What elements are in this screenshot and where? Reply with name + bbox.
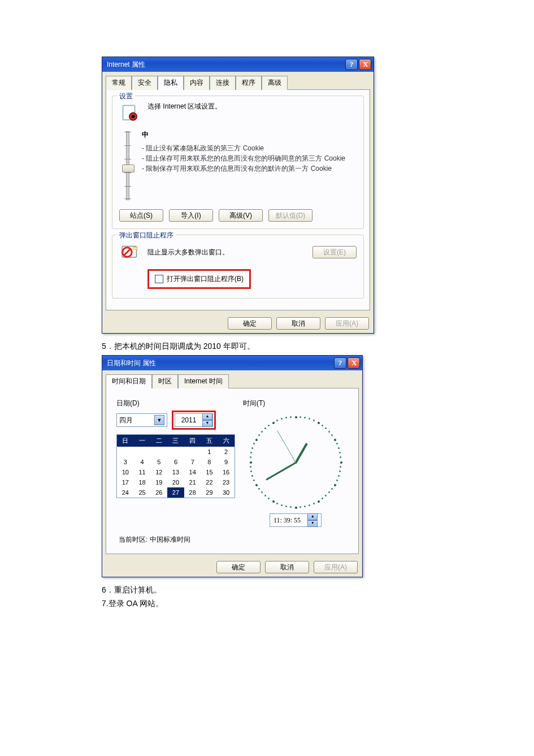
time-label: 时间(T) <box>243 399 265 408</box>
calendar-day[interactable]: 16 <box>218 467 235 477</box>
calendar-day[interactable]: 29 <box>201 487 218 498</box>
tab-4[interactable]: 连接 <box>210 76 236 90</box>
calendar-day[interactable]: 23 <box>218 477 235 487</box>
privacy-description: - 阻止没有紧凑隐私政策的第三方 Cookie- 阻止保存可用来联系您的信息而没… <box>142 143 357 174</box>
datetime-properties-dialog: 日期和时间 属性 ? X 时间和日期时区Internet 时间 日期(D) 四月… <box>102 355 363 577</box>
year-down-button[interactable]: ▼ <box>202 420 212 427</box>
calendar-day[interactable]: 12 <box>150 467 167 477</box>
calendar-day[interactable]: 1 <box>201 447 218 457</box>
timezone-text: 当前时区: 中国标准时间 <box>112 532 353 548</box>
time-input[interactable]: 11: 39: 55 ▲ ▼ <box>270 513 322 527</box>
titlebar[interactable]: Internet 属性 ? X <box>102 57 374 72</box>
help-button[interactable]: ? <box>334 357 346 369</box>
calendar-day[interactable]: 2 <box>218 447 235 457</box>
calendar-day[interactable]: 24 <box>117 487 134 498</box>
tab-5[interactable]: 程序 <box>236 76 262 90</box>
calendar-day[interactable]: 17 <box>117 477 134 487</box>
privacy-slider[interactable] <box>119 128 136 204</box>
calendar-day[interactable]: 19 <box>150 477 167 487</box>
dialog-footer: 确定 取消 应用(A) <box>102 314 374 333</box>
calendar-day[interactable]: 11 <box>134 467 151 477</box>
popup-checkbox-highlight: 打开弹出窗口阻止程序(B) <box>147 269 251 289</box>
calendar-day[interactable]: 9 <box>218 457 235 467</box>
calendar-day[interactable]: 6 <box>167 457 184 467</box>
ok-button[interactable]: 确定 <box>216 561 261 573</box>
calendar-day[interactable]: 4 <box>134 457 151 467</box>
time-down-button[interactable]: ▼ <box>307 520 318 527</box>
time-up-button[interactable]: ▲ <box>307 513 318 520</box>
advanced-button[interactable]: 高级(V) <box>219 209 263 222</box>
hour-hand <box>294 443 307 464</box>
calendar[interactable]: 日一二三四五六 12345678910111213141516171819202… <box>116 434 235 498</box>
popup-block-checkbox[interactable] <box>155 275 163 283</box>
apply-button[interactable]: 应用(A) <box>325 317 369 330</box>
calendar-day[interactable]: 21 <box>184 477 201 487</box>
default-button[interactable]: 默认值(D) <box>268 209 312 222</box>
year-input[interactable] <box>175 416 202 425</box>
tab-strip: 时间和日期时区Internet 时间 <box>102 370 362 388</box>
calendar-day[interactable]: 20 <box>167 477 184 487</box>
calendar-day[interactable]: 28 <box>184 487 201 498</box>
year-spinner[interactable]: ▲ ▼ <box>175 413 213 427</box>
calendar-day[interactable]: 27 <box>167 487 184 498</box>
calendar-day <box>167 447 184 457</box>
tab-3[interactable]: 内容 <box>184 76 210 90</box>
popup-checkbox-label: 打开弹出窗口阻止程序(B) <box>167 274 244 284</box>
tab-1[interactable]: 时区 <box>152 374 178 388</box>
calendar-day[interactable]: 25 <box>134 487 151 498</box>
weekday-header: 五 <box>201 435 218 447</box>
calendar-day[interactable]: 22 <box>201 477 218 487</box>
cancel-button[interactable]: 取消 <box>276 317 320 330</box>
year-up-button[interactable]: ▲ <box>202 413 212 420</box>
month-combo[interactable]: 四月 ▼ <box>116 413 167 427</box>
calendar-day[interactable]: 10 <box>117 467 134 477</box>
calendar-day[interactable]: 30 <box>218 487 235 498</box>
tab-2[interactable]: Internet 时间 <box>178 374 229 388</box>
calendar-day[interactable]: 14 <box>184 467 201 477</box>
help-button[interactable]: ? <box>345 59 358 70</box>
second-hand <box>277 430 296 463</box>
dialog-footer: 确定 取消 应用(A) <box>102 558 362 577</box>
import-button[interactable]: 导入(I) <box>169 209 213 222</box>
tab-0[interactable]: 时间和日期 <box>106 374 152 388</box>
chevron-down-icon: ▼ <box>154 415 164 425</box>
weekday-header: 四 <box>184 435 201 447</box>
calendar-day <box>184 447 201 457</box>
svg-point-2 <box>132 115 135 118</box>
titlebar[interactable]: 日期和时间 属性 ? X <box>102 356 362 370</box>
popup-settings-button[interactable]: 设置(E) <box>312 246 357 258</box>
calendar-day[interactable]: 3 <box>117 457 134 467</box>
time-value: 11: 39: 55 <box>270 516 304 525</box>
popup-blocker-group: 弹出窗口阻止程序 阻止显示大多数弹出窗口。 设置(E) 打开弹出窗口阻止程序(B… <box>112 235 364 299</box>
sites-button[interactable]: 站点(S) <box>119 209 163 222</box>
close-button[interactable]: X <box>348 357 360 369</box>
calendar-day <box>117 447 134 457</box>
tab-6[interactable]: 高级 <box>262 76 288 90</box>
cancel-button[interactable]: 取消 <box>265 561 309 573</box>
calendar-day[interactable]: 8 <box>201 457 218 467</box>
minute-hand <box>266 462 296 481</box>
dialog-title: Internet 属性 <box>107 60 145 70</box>
tab-pane-privacy: 设置 选择 Internet 区域设置。 <box>106 89 370 310</box>
calendar-day[interactable]: 15 <box>201 467 218 477</box>
calendar-day[interactable]: 26 <box>150 487 167 498</box>
ok-button[interactable]: 确定 <box>228 317 272 330</box>
eye-icon <box>119 102 142 124</box>
privacy-level: 中 <box>142 130 357 140</box>
weekday-header: 六 <box>218 435 235 447</box>
calendar-day[interactable]: 7 <box>184 457 201 467</box>
step-7-text: 7.登录 OA 网站。 <box>102 599 432 609</box>
slider-thumb[interactable] <box>122 165 134 172</box>
settings-group: 设置 选择 Internet 区域设置。 <box>112 96 364 229</box>
calendar-day[interactable]: 5 <box>150 457 167 467</box>
step-6-text: 6．重启计算机。 <box>102 585 432 595</box>
calendar-day[interactable]: 18 <box>134 477 151 487</box>
calendar-day[interactable]: 13 <box>167 467 184 477</box>
tab-2[interactable]: 隐私 <box>158 76 184 90</box>
close-button[interactable]: X <box>359 59 371 70</box>
settings-intro: 选择 Internet 区域设置。 <box>147 102 222 111</box>
tab-0[interactable]: 常规 <box>106 76 132 90</box>
calendar-day <box>134 447 151 457</box>
apply-button[interactable]: 应用(A) <box>314 561 358 573</box>
tab-1[interactable]: 安全 <box>132 76 158 90</box>
